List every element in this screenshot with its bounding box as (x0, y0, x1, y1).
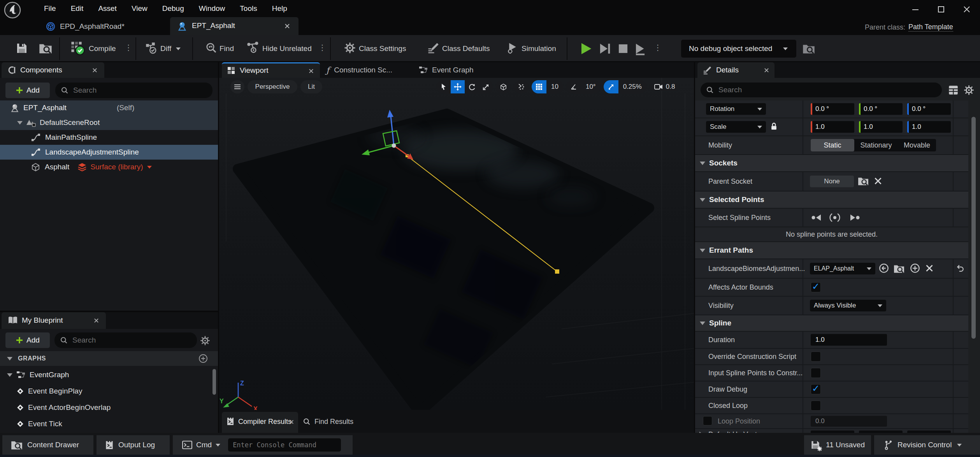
closed-loop-checkbox[interactable] (811, 401, 821, 411)
construction-script-tab[interactable]: ƒ Construction Sc... (326, 64, 392, 76)
event-tick-row[interactable]: Event Tick (0, 417, 218, 431)
close-icon[interactable] (308, 68, 314, 74)
menu-asset[interactable]: Asset (98, 4, 117, 13)
close-icon[interactable] (92, 67, 98, 73)
menu-debug[interactable]: Debug (162, 4, 184, 13)
rotation-x-field[interactable]: 0.0 ° (811, 103, 854, 115)
diff-icon[interactable] (146, 42, 157, 54)
input-spline-points-checkbox[interactable] (811, 368, 821, 378)
find-icon[interactable] (205, 42, 217, 54)
asset-tab-epd-asphaltroad[interactable]: EPD_AsphaltRoad* (46, 19, 125, 33)
blueprint-settings-gear-icon[interactable] (200, 336, 210, 346)
add-element-plus-icon[interactable] (910, 263, 920, 273)
scale-snap-value[interactable]: 0.25% (618, 83, 646, 91)
find-button[interactable]: Find (220, 44, 234, 53)
play-to-end-button[interactable] (633, 41, 648, 56)
affects-actor-bounds-checkbox[interactable] (811, 282, 821, 292)
diff-button[interactable]: Diff (160, 44, 171, 53)
rotation-y-field[interactable]: 0.0 ° (859, 103, 903, 115)
scale-x-field[interactable]: 1.0 (811, 121, 854, 133)
tree-item-defaultsceneroot[interactable]: DefaultSceneRoot (0, 115, 218, 130)
surface-chevron-down-icon[interactable] (147, 166, 152, 169)
spline-section-header[interactable]: Spline (695, 315, 968, 332)
tree-item-ept-asphalt[interactable]: EPT_Asphalt (Self) (0, 100, 218, 115)
debug-object-dropdown[interactable]: No debug object selected (681, 40, 796, 58)
menu-help[interactable]: Help (272, 4, 287, 13)
window-close-button[interactable] (962, 5, 971, 14)
mobility-static-button[interactable]: Static (811, 139, 854, 151)
surface-snap-button[interactable] (514, 80, 529, 93)
details-display-grid-icon[interactable] (948, 85, 959, 95)
compile-button[interactable]: Compile (89, 44, 116, 53)
loop-position-enable-checkbox[interactable] (703, 416, 712, 425)
asset-tab-ept-asphalt[interactable]: EPT_Asphalt (170, 17, 299, 35)
tree-item-mainpathspline[interactable]: MainPathSpline (0, 130, 218, 145)
select-prev-point-icon[interactable] (811, 214, 822, 221)
console-command-input[interactable] (228, 438, 341, 452)
errant-paths-section-header[interactable]: Errant Paths (695, 242, 968, 259)
class-settings-button[interactable]: Class Settings (359, 44, 406, 53)
use-selected-asset-icon[interactable] (879, 263, 889, 273)
reset-to-default-undo-icon[interactable] (956, 264, 964, 272)
save-icon[interactable] (16, 42, 28, 54)
components-search-input[interactable] (55, 83, 213, 98)
socket-clear-x-icon[interactable] (874, 177, 882, 185)
mobility-movable-button[interactable]: Movable (898, 139, 936, 151)
perspective-button[interactable]: Perspective (248, 80, 297, 93)
add-graph-plus-icon[interactable] (198, 354, 208, 363)
elap-asphalt-dropdown[interactable]: ELAP_Asphalt (810, 263, 875, 274)
play-button[interactable] (578, 41, 593, 56)
event-beginplay-row[interactable]: Event BeginPlay (0, 384, 218, 399)
output-log-button[interactable]: Output Log (97, 435, 170, 455)
viewport-tab[interactable]: Viewport (222, 62, 320, 78)
components-add-button[interactable]: Add (5, 83, 50, 98)
graphs-section-header[interactable]: GRAPHS (0, 351, 218, 366)
stop-button[interactable] (616, 41, 631, 56)
menu-edit[interactable]: Edit (71, 4, 84, 13)
rotation-snap-toggle[interactable] (566, 80, 581, 93)
window-maximize-button[interactable] (936, 5, 946, 14)
play-options-kebab-icon[interactable]: ⋮ (654, 44, 662, 51)
close-icon[interactable] (764, 67, 769, 73)
expander-triangle-icon[interactable] (17, 121, 23, 125)
frame-skip-button[interactable] (597, 41, 612, 56)
draw-debug-checkbox[interactable] (811, 384, 821, 394)
move-tool-button[interactable] (451, 80, 465, 93)
cmd-label[interactable]: Cmd (196, 441, 212, 449)
unsaved-button[interactable]: 11 Unsaved (804, 435, 871, 455)
override-construction-script-checkbox[interactable] (811, 352, 821, 362)
scale-tool-button[interactable] (479, 80, 493, 93)
lit-button[interactable]: Lit (300, 80, 322, 93)
socket-browse-icon[interactable] (858, 176, 869, 186)
event-graph-tab[interactable]: Event Graph (419, 64, 474, 76)
camera-speed-icon[interactable] (654, 84, 663, 90)
my-blueprint-add-button[interactable]: Add (5, 332, 50, 348)
scale-mode-dropdown[interactable]: Scale (706, 121, 766, 133)
grid-snap-value[interactable]: 10 (546, 83, 563, 91)
scale-snap-toggle[interactable] (604, 80, 618, 93)
hide-unrelated-icon[interactable] (247, 41, 259, 54)
menu-file[interactable]: File (44, 4, 56, 13)
scale-z-field[interactable]: 1.0 (907, 121, 951, 133)
revision-control-button[interactable]: Revision Control (874, 435, 980, 455)
visibility-dropdown[interactable]: Always Visible (810, 300, 886, 311)
lock-icon[interactable] (771, 122, 777, 131)
my-blueprint-search-input[interactable] (54, 332, 197, 348)
viewport-options-button[interactable] (230, 80, 244, 93)
details-search-input[interactable] (701, 83, 942, 97)
parent-class-link[interactable]: Path Template (908, 23, 953, 32)
grid-snap-toggle[interactable] (532, 80, 546, 93)
simulation-icon[interactable] (507, 42, 518, 54)
scale-y-field[interactable]: 1.0 (859, 121, 903, 133)
viewport-scene[interactable]: Z Y X (219, 78, 694, 410)
duration-field[interactable]: 1.0 (811, 334, 887, 346)
select-tool-button[interactable] (437, 80, 451, 93)
camera-speed-value[interactable]: 0.8 (666, 83, 675, 91)
class-defaults-button[interactable]: Class Defaults (442, 44, 490, 53)
parent-socket-none-button[interactable]: None (810, 176, 854, 187)
tree-item-landscapeadjustmentspline[interactable]: LandscapeAdjustmentSpline (0, 145, 218, 160)
hide-unrelated-kebab-icon[interactable]: ⋮ (318, 44, 326, 51)
my-blueprint-tab[interactable]: My Blueprint (2, 312, 106, 329)
components-tab[interactable]: Components (2, 62, 104, 78)
event-graph-row[interactable]: EventGraph (0, 367, 218, 382)
